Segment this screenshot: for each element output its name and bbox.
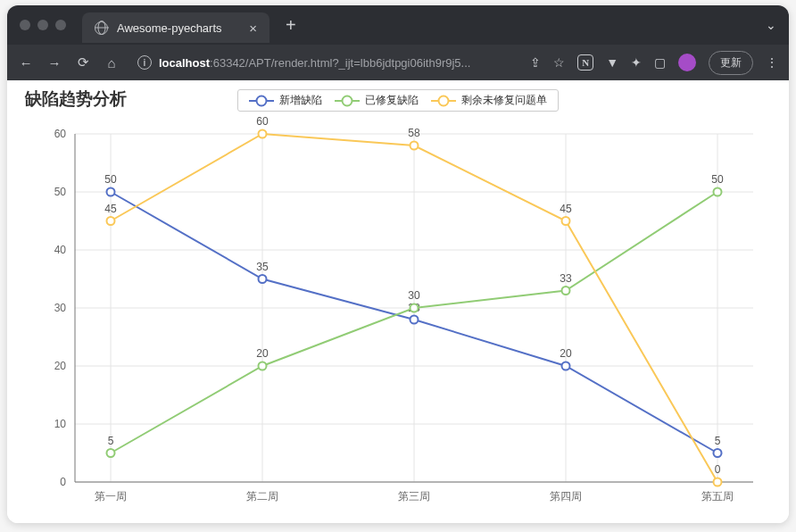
data-label: 45: [104, 203, 117, 215]
data-point[interactable]: [410, 142, 419, 150]
traffic-light-minimize[interactable]: [37, 20, 48, 30]
forward-icon[interactable]: →: [46, 55, 62, 71]
home-icon[interactable]: ⌂: [104, 55, 120, 71]
globe-icon: [95, 21, 108, 35]
data-label: 45: [560, 203, 572, 215]
legend-marker-icon: [335, 96, 360, 106]
data-label: 58: [408, 127, 420, 139]
tab-close-icon[interactable]: ×: [249, 21, 257, 35]
bookmark-star-icon[interactable]: ☆: [553, 55, 565, 70]
y-tick-label: 50: [54, 186, 67, 198]
browser-window: Awesome-pyecharts × + ⌄ ← → ⟳ ⌂ i localh…: [7, 5, 789, 523]
x-tick-label: 第三周: [398, 490, 430, 503]
data-label: 33: [560, 272, 572, 285]
y-tick-label: 60: [54, 128, 67, 140]
data-point[interactable]: [562, 362, 570, 370]
y-tick-label: 30: [54, 302, 67, 314]
site-info-icon[interactable]: i: [137, 55, 152, 70]
data-label: 50: [711, 173, 724, 186]
x-tick-label: 第一周: [95, 490, 127, 503]
data-point[interactable]: [714, 449, 722, 457]
y-tick-label: 40: [54, 244, 67, 256]
chart-title: 缺陷趋势分析: [25, 87, 127, 111]
update-label: 更新: [720, 55, 742, 71]
x-tick-label: 第四周: [550, 490, 582, 503]
back-icon[interactable]: ←: [18, 55, 34, 71]
share-icon[interactable]: ⇪: [530, 55, 541, 70]
data-point[interactable]: [562, 287, 570, 295]
notion-extension-icon[interactable]: N: [577, 54, 593, 71]
data-label: 5: [108, 435, 114, 447]
data-label: 50: [104, 173, 117, 186]
chart-legend: 新增缺陷 已修复缺陷 剩余未修复问题单: [237, 89, 559, 112]
tab-overflow-icon[interactable]: ⌄: [766, 18, 776, 32]
chart-svg: 0102030405060第一周第二周第三周第四周第五周503528205520…: [21, 116, 775, 518]
data-point[interactable]: [107, 188, 115, 196]
browser-tab[interactable]: Awesome-pyecharts ×: [82, 12, 269, 43]
data-label: 30: [408, 289, 420, 302]
tab-title: Awesome-pyecharts: [117, 21, 222, 35]
data-point[interactable]: [259, 130, 267, 138]
traffic-light-zoom[interactable]: [55, 20, 66, 30]
menu-kebab-icon[interactable]: ⋮: [766, 55, 778, 70]
data-label: 20: [560, 347, 572, 360]
data-label: 0: [715, 463, 721, 476]
url-path: :63342/APT/render.html?_ijt=lbb6jdtpgi06…: [210, 56, 470, 70]
data-label: 35: [256, 261, 269, 273]
browser-toolbar: ← → ⟳ ⌂ i localhost:63342/APT/render.htm…: [7, 45, 789, 80]
data-point[interactable]: [259, 275, 267, 283]
x-tick-label: 第五周: [701, 490, 734, 503]
legend-item-1[interactable]: 已修复缺陷: [331, 93, 422, 108]
url-host: localhost: [159, 56, 210, 70]
y-tick-label: 20: [54, 360, 67, 372]
data-point[interactable]: [107, 449, 115, 457]
legend-marker-icon: [431, 96, 456, 106]
x-tick-label: 第二周: [246, 490, 278, 503]
legend-item-2[interactable]: 剩余未修复问题单: [427, 93, 551, 108]
y-tick-label: 0: [60, 476, 66, 488]
extensions-puzzle-icon[interactable]: ✦: [631, 55, 642, 70]
tab-strip: Awesome-pyecharts × + ⌄: [7, 5, 789, 45]
update-button[interactable]: 更新: [709, 51, 753, 75]
window-controls: [20, 20, 66, 30]
legend-marker-icon: [249, 96, 274, 106]
legend-label: 已修复缺陷: [365, 93, 419, 108]
data-point[interactable]: [410, 304, 419, 312]
new-tab-button[interactable]: +: [277, 15, 305, 36]
data-label: 5: [715, 435, 721, 447]
traffic-light-close[interactable]: [20, 20, 30, 30]
data-point[interactable]: [107, 217, 115, 225]
panel-icon[interactable]: ▢: [654, 55, 666, 70]
toolbar-right: ⇪ ☆ N ▼ ✦ ▢ 更新 ⋮: [530, 51, 778, 75]
data-point[interactable]: [714, 478, 722, 486]
legend-label: 新增缺陷: [279, 93, 322, 108]
data-label: 20: [256, 347, 269, 360]
data-point[interactable]: [410, 316, 419, 324]
data-point[interactable]: [714, 188, 722, 196]
legend-item-0[interactable]: 新增缺陷: [245, 93, 326, 108]
data-point[interactable]: [562, 217, 570, 225]
profile-avatar[interactable]: [678, 54, 696, 71]
data-label: 60: [256, 116, 269, 128]
extension-v-icon[interactable]: ▼: [606, 55, 618, 70]
reload-icon[interactable]: ⟳: [75, 54, 91, 71]
legend-label: 剩余未修复问题单: [461, 93, 547, 108]
chart-area: 缺陷趋势分析 新增缺陷 已修复缺陷 剩余未修复问题单 0102030405060…: [7, 80, 789, 523]
address-bar[interactable]: i localhost:63342/APT/render.html?_ijt=l…: [132, 55, 516, 70]
data-point[interactable]: [259, 362, 267, 370]
y-tick-label: 10: [54, 418, 67, 430]
